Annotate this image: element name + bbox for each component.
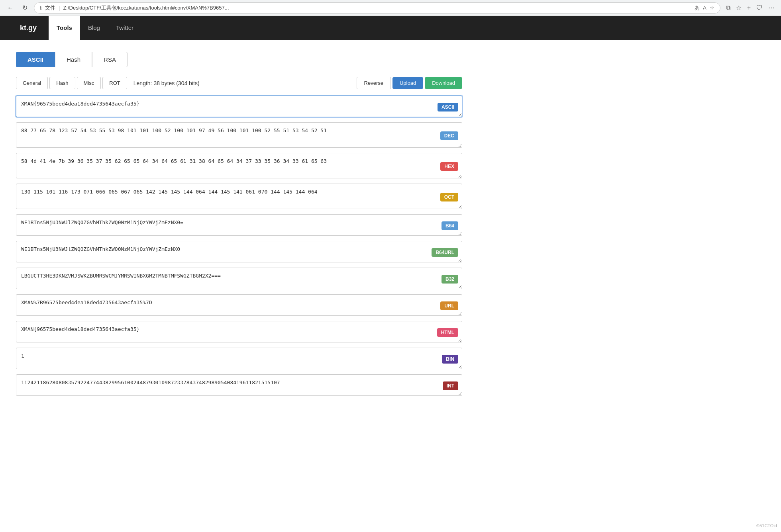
- label-dec[interactable]: DEC: [440, 131, 458, 140]
- textarea-hex[interactable]: [16, 153, 462, 178]
- reverse-button[interactable]: Reverse: [357, 77, 391, 89]
- site-logo[interactable]: kt.gy: [16, 24, 41, 32]
- encode-row-b64: B64: [16, 214, 462, 237]
- extension-button[interactable]: 🛡: [755, 2, 764, 13]
- textarea-b64[interactable]: [16, 214, 462, 236]
- encode-row-b64url: B64URL: [16, 241, 462, 264]
- textarea-oct[interactable]: [16, 184, 462, 209]
- url-bar: ℹ 文件 | Z:/Desktop/CTF/工具包/koczkatamas/to…: [34, 2, 720, 14]
- favorites-button[interactable]: ☆: [734, 2, 743, 13]
- label-b64url[interactable]: B64URL: [432, 248, 458, 257]
- file-label: 文件: [45, 4, 55, 12]
- label-int[interactable]: INT: [443, 381, 458, 390]
- textarea-b64url[interactable]: [16, 241, 462, 262]
- encode-row-ascii-input: ASCII: [16, 96, 462, 118]
- nav-item-twitter[interactable]: Twitter: [108, 16, 141, 40]
- action-rot[interactable]: ROT: [102, 77, 127, 89]
- back-button[interactable]: ←: [5, 3, 16, 13]
- textarea-dec[interactable]: [16, 122, 462, 148]
- label-oct[interactable]: OCT: [440, 193, 458, 201]
- action-hash[interactable]: Hash: [49, 77, 75, 89]
- textarea-ascii-input[interactable]: [16, 96, 462, 117]
- browser-actions: ⧉ ☆ + 🛡 ⋯: [724, 2, 776, 13]
- label-b32[interactable]: B32: [442, 275, 458, 284]
- encode-row-hex: HEX: [16, 153, 462, 180]
- collections-button[interactable]: +: [746, 2, 752, 13]
- browser-bar: ← ↻ ℹ 文件 | Z:/Desktop/CTF/工具包/koczkatama…: [0, 0, 781, 16]
- encode-row-int: INT: [16, 374, 462, 397]
- length-info: Length: 38 bytes (304 bits): [133, 80, 355, 86]
- action-general[interactable]: General: [16, 77, 48, 89]
- download-button[interactable]: Download: [425, 77, 462, 89]
- label-hex[interactable]: HEX: [440, 162, 458, 171]
- encode-row-bin: BIN: [16, 348, 462, 370]
- menu-button[interactable]: ⋯: [767, 2, 776, 13]
- url-text: Z:/Desktop/CTF/工具包/koczkatamas/tools.htm…: [63, 4, 691, 12]
- label-bin[interactable]: BIN: [442, 355, 458, 364]
- main-content: ASCII Hash RSA General Hash Misc ROT Len…: [0, 40, 478, 413]
- textarea-url[interactable]: [16, 294, 462, 316]
- textarea-b32[interactable]: [16, 268, 462, 289]
- encode-row-oct: OCT: [16, 184, 462, 210]
- encode-rows: ASCIIDECHEXOCTB64B64URLB32URLHTMLBININT: [16, 96, 462, 397]
- split-view-button[interactable]: ⧉: [724, 2, 732, 13]
- nav-item-blog[interactable]: Blog: [80, 16, 108, 40]
- textarea-int[interactable]: [16, 374, 462, 396]
- encode-row-url: URL: [16, 294, 462, 317]
- encode-row-dec: DEC: [16, 122, 462, 149]
- label-b64[interactable]: B64: [442, 221, 458, 230]
- action-bar: General Hash Misc ROT Length: 38 bytes (…: [16, 77, 462, 89]
- textarea-html[interactable]: [16, 321, 462, 342]
- encode-row-html: HTML: [16, 321, 462, 344]
- tab-ascii[interactable]: ASCII: [16, 52, 55, 67]
- label-ascii-input[interactable]: ASCII: [438, 103, 458, 111]
- nav-bar: kt.gy Tools Blog Twitter: [0, 16, 781, 40]
- label-html[interactable]: HTML: [437, 328, 458, 337]
- upload-button[interactable]: Upload: [392, 77, 423, 89]
- nav-item-tools[interactable]: Tools: [49, 16, 80, 40]
- tab-hash[interactable]: Hash: [55, 52, 92, 67]
- action-misc[interactable]: Misc: [77, 77, 101, 89]
- reload-button[interactable]: ↻: [20, 2, 30, 13]
- tab-rsa[interactable]: RSA: [92, 52, 128, 67]
- translate-icon: あ: [695, 4, 700, 12]
- read-icon: A: [703, 5, 706, 11]
- security-icon: ℹ: [40, 5, 42, 11]
- textarea-bin[interactable]: [16, 348, 462, 369]
- label-url[interactable]: URL: [440, 301, 458, 310]
- favorite-icon: ☆: [710, 5, 714, 11]
- tab-bar: ASCII Hash RSA: [16, 52, 462, 67]
- encode-row-b32: B32: [16, 268, 462, 290]
